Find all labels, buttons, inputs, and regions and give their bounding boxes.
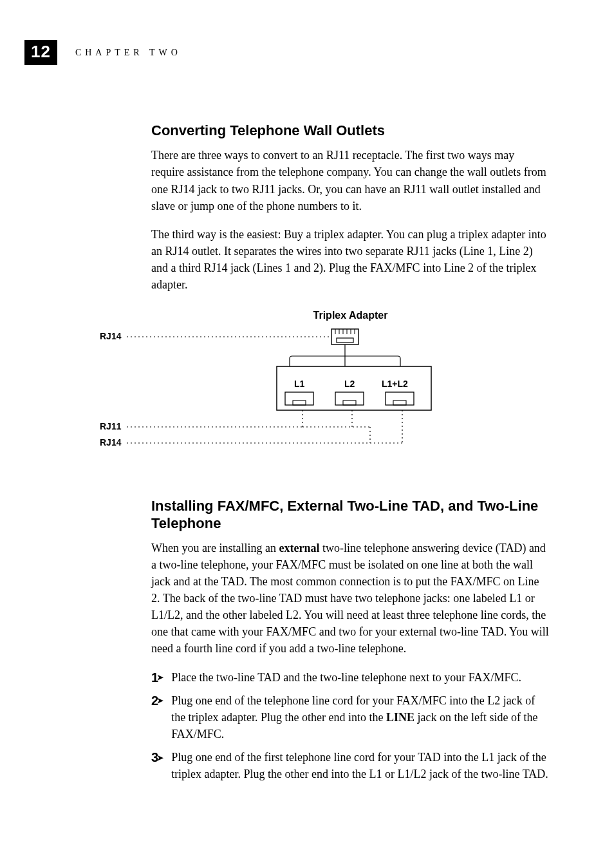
- step-arrow-icon: ➤: [157, 753, 163, 762]
- svg-rect-12: [386, 392, 414, 405]
- page: 12 CHAPTER TWO Converting Telephone Wall…: [0, 0, 614, 868]
- label-rj11: RJ11: [100, 421, 122, 431]
- jack-l1-icon: [285, 392, 313, 405]
- port-label-l1l2: L1+L2: [382, 379, 408, 389]
- para-install-1-pre: When you are installing an: [151, 542, 279, 554]
- step-2-text: Plug one end of the telephone line cord …: [171, 692, 550, 742]
- triplex-adapter-diagram: Triplex Adapter RJ14 RJ11 RJ14: [87, 310, 550, 462]
- svg-rect-10: [335, 392, 364, 405]
- step-arrow-icon: ➤: [157, 673, 163, 682]
- svg-rect-8: [285, 392, 313, 405]
- step-3-pre: Plug one end of the first telephone line…: [171, 751, 548, 780]
- svg-rect-11: [343, 401, 356, 405]
- port-label-l2: L2: [344, 379, 355, 389]
- diagram-title: Triplex Adapter: [151, 310, 550, 321]
- step-2: 2➤ Plug one end of the telephone line co…: [151, 692, 550, 742]
- para-convert-1: There are three ways to convert to an RJ…: [151, 147, 550, 214]
- jack-l1l2-icon: [386, 392, 414, 405]
- step-3-number: 3➤: [151, 749, 165, 766]
- step-1-text: Place the two-line TAD and the two-line …: [171, 669, 550, 686]
- step-1: 1➤ Place the two-line TAD and the two-li…: [151, 669, 550, 686]
- step-3: 3➤ Plug one end of the first telephone l…: [151, 749, 550, 782]
- step-2-bold: LINE: [386, 711, 414, 724]
- top-plug-icon: [331, 329, 358, 344]
- label-rj14-bottom: RJ14: [100, 437, 122, 448]
- step-arrow-icon: ➤: [157, 696, 163, 705]
- para-install-1: When you are installing an external two-…: [151, 540, 550, 657]
- page-header: 12 CHAPTER TWO: [24, 40, 181, 65]
- svg-rect-13: [393, 401, 406, 405]
- diagram-svg: RJ14 RJ11 RJ14: [87, 326, 550, 462]
- para-convert-2: The third way is the easiest: Buy a trip…: [151, 226, 550, 293]
- jack-l2-icon: [335, 392, 364, 405]
- port-label-l1: L1: [294, 379, 305, 389]
- page-number-badge: 12: [24, 40, 57, 65]
- step-3-text: Plug one end of the first telephone line…: [171, 749, 550, 782]
- svg-rect-9: [293, 401, 306, 405]
- para-install-1-post: two-line telephone answering device (TAD…: [151, 542, 549, 656]
- heading-installing: Installing FAX/MFC, External Two-Line TA…: [151, 498, 550, 532]
- content-area: Converting Telephone Wall Outlets There …: [151, 39, 550, 782]
- step-1-pre: Place the two-line TAD and the two-line …: [171, 671, 521, 684]
- heading-converting: Converting Telephone Wall Outlets: [151, 122, 550, 139]
- chapter-label: CHAPTER TWO: [75, 48, 181, 58]
- step-2-number: 2➤: [151, 692, 165, 709]
- label-rj14-top: RJ14: [100, 331, 122, 341]
- para-install-1-bold: external: [279, 542, 319, 554]
- svg-rect-7: [337, 338, 353, 343]
- step-1-number: 1➤: [151, 669, 165, 686]
